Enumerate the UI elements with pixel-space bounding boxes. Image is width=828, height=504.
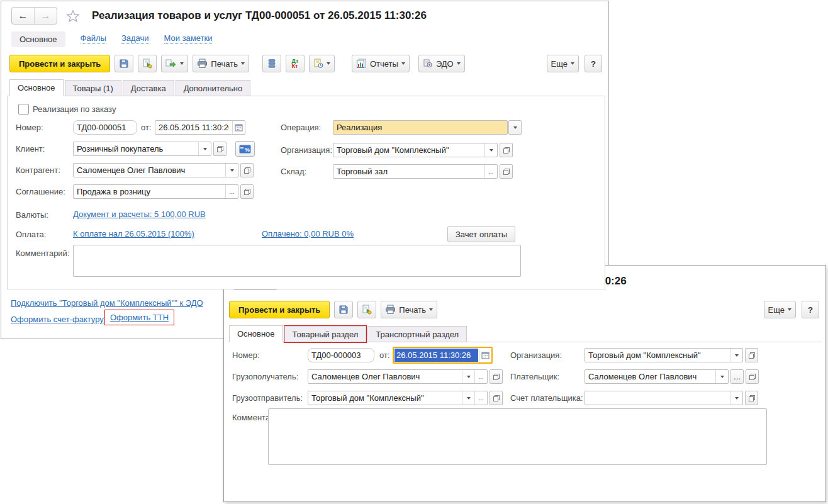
number-input[interactable] xyxy=(308,349,374,362)
more-button[interactable]: Еще xyxy=(547,55,579,72)
client-input[interactable] xyxy=(74,142,198,155)
post-and-close-button[interactable]: Провести и закрыть xyxy=(9,55,110,72)
save-button[interactable] xyxy=(115,55,133,72)
svg-text:%: % xyxy=(245,146,250,152)
create-ttn-link[interactable]: Оформить ТТН xyxy=(110,313,169,322)
help-button-label: ? xyxy=(808,305,813,315)
help-button-label: ? xyxy=(591,59,596,69)
reports-button[interactable]: Отчеты xyxy=(352,55,410,72)
consignee-dropdown-button[interactable] xyxy=(462,370,474,383)
payer-account-dropdown-button[interactable] xyxy=(730,391,742,405)
organization-input[interactable] xyxy=(585,349,730,362)
organization-label: Организация: xyxy=(281,143,332,157)
payment-offset-button[interactable]: Зачет оплаты xyxy=(447,226,515,242)
forward-button[interactable]: → xyxy=(34,8,57,24)
discount-card-icon: % xyxy=(239,145,251,154)
help-button[interactable]: ? xyxy=(802,301,819,318)
operation-dropdown-button[interactable] xyxy=(508,120,522,135)
payer-input[interactable] xyxy=(585,370,715,383)
comment-textarea[interactable] xyxy=(268,408,767,465)
shipper-dropdown-button[interactable] xyxy=(462,391,474,405)
payer-account-open-button[interactable] xyxy=(745,391,758,405)
organization-input[interactable] xyxy=(333,143,484,157)
section-nav-main[interactable]: Основное xyxy=(11,31,65,47)
warehouse-open-button[interactable] xyxy=(500,164,513,179)
save-button[interactable] xyxy=(334,301,353,318)
tab-additional[interactable]: Дополнительно xyxy=(176,80,251,96)
organization-dropdown-button[interactable] xyxy=(484,143,497,157)
print-button[interactable]: Печать xyxy=(381,301,437,318)
currency-settings-link[interactable]: Документ и расчеты: 5 100,00 RUB xyxy=(73,210,206,219)
tab-goods-section[interactable]: Товарный раздел xyxy=(284,326,367,342)
agreement-input[interactable] xyxy=(74,185,225,198)
post-document-button[interactable] xyxy=(357,301,376,318)
calendar-icon xyxy=(481,351,490,359)
shipper-input[interactable] xyxy=(308,391,462,405)
command-bar-right: Еще ? xyxy=(547,55,602,72)
warehouse-input[interactable] xyxy=(333,165,484,178)
contractor-dropdown-button[interactable] xyxy=(225,164,238,177)
tab-main[interactable]: Основное xyxy=(9,79,64,96)
consignee-choose-button[interactable]: ... xyxy=(474,370,487,383)
shipper-open-button[interactable] xyxy=(490,391,503,405)
create-based-on-button[interactable] xyxy=(161,55,188,72)
payment-paid-link[interactable]: Оплачено: 0,00 RUB 0% xyxy=(262,229,354,238)
client-dropdown-button[interactable] xyxy=(198,142,211,155)
comment-textarea[interactable] xyxy=(73,245,521,277)
client-open-button[interactable] xyxy=(213,142,227,156)
post-and-close-button[interactable]: Провести и закрыть xyxy=(229,301,330,318)
tab-goods[interactable]: Товары (1) xyxy=(65,80,121,96)
consignee-input[interactable] xyxy=(308,370,462,383)
payer-account-input[interactable] xyxy=(585,391,730,405)
order-checkbox[interactable] xyxy=(18,104,29,115)
post-document-button[interactable] xyxy=(138,55,157,72)
agreement-open-button[interactable] xyxy=(240,184,254,199)
warehouse-choose-button[interactable]: ... xyxy=(484,165,497,178)
contractor-input[interactable] xyxy=(74,164,225,177)
more-button[interactable]: Еще xyxy=(764,301,796,318)
payment-label: Оплата: xyxy=(16,227,46,242)
comment-label: Комментарий: xyxy=(16,246,70,260)
back-button[interactable]: ← xyxy=(12,8,34,24)
more-button-label: Еще xyxy=(551,59,568,69)
debit-credit-button[interactable]: ДтКт xyxy=(286,55,305,72)
print-button-label: Печать xyxy=(399,305,426,315)
document-register-button[interactable] xyxy=(309,55,335,72)
edo-connect-link[interactable]: Подключить "Торговый дом "Комплексный"" … xyxy=(11,298,203,308)
organization-open-button[interactable] xyxy=(500,143,513,157)
organization-open-button[interactable] xyxy=(745,348,758,362)
calendar-button[interactable] xyxy=(232,121,245,134)
shipper-choose-button[interactable]: ... xyxy=(474,391,487,405)
tab-main[interactable]: Основное xyxy=(229,325,283,342)
create-invoice-link[interactable]: Оформить счет-фактуру xyxy=(11,315,104,324)
date-input-selected-text[interactable]: 26.05.2015 11:30:26 xyxy=(394,349,478,362)
dropdown-caret-icon xyxy=(203,148,207,150)
agreement-choose-button[interactable]: ... xyxy=(225,185,238,198)
section-nav-tasks[interactable]: Задачи xyxy=(121,34,149,44)
operation-input[interactable] xyxy=(333,121,507,134)
agreement-field: ... xyxy=(73,184,238,199)
number-input[interactable] xyxy=(74,121,137,134)
contractor-open-button[interactable] xyxy=(240,163,254,177)
section-nav-notes[interactable]: Мои заметки xyxy=(164,34,213,44)
consignee-open-button[interactable] xyxy=(490,369,503,384)
payer-dropdown-button[interactable] xyxy=(715,370,728,383)
tab-delivery[interactable]: Доставка xyxy=(123,80,174,96)
reports-button-label: Отчеты xyxy=(370,59,398,69)
edo-button[interactable]: ЭДО xyxy=(418,55,465,72)
section-nav-files[interactable]: Файлы xyxy=(81,34,106,44)
payer-choose-button[interactable]: ... xyxy=(730,369,744,384)
save-icon xyxy=(119,59,129,69)
payer-open-button[interactable] xyxy=(746,369,759,384)
calendar-button[interactable] xyxy=(479,348,491,362)
print-button[interactable]: Печать xyxy=(193,55,249,72)
date-input[interactable] xyxy=(155,121,232,134)
organization-dropdown-button[interactable] xyxy=(730,349,742,362)
waybill-document-window: ← → Транспортная накладная ТД00-000003 о… xyxy=(223,265,826,502)
tab-transport-section[interactable]: Транспортный раздел xyxy=(367,326,467,342)
document-journal-button[interactable] xyxy=(262,55,281,72)
help-button[interactable]: ? xyxy=(585,55,602,72)
client-discount-card-button[interactable]: % xyxy=(235,141,255,157)
payment-due-link[interactable]: К оплате нал 26.05.2015 (100%) xyxy=(73,229,194,238)
favorite-star-icon[interactable] xyxy=(65,9,81,24)
